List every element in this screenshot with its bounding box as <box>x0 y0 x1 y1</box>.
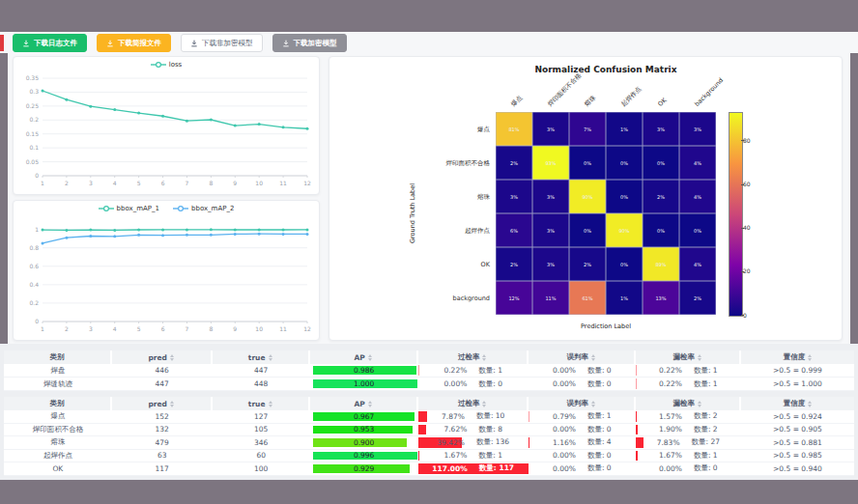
download-icon <box>106 40 114 47</box>
ap-cell: 0.900 <box>310 436 418 450</box>
legend-item[interactable]: loss <box>151 61 183 69</box>
download-log-file-button[interactable]: 下载日志文件 <box>13 34 87 52</box>
column-header-overkill[interactable]: 过检率 <box>418 397 529 410</box>
right-margin-strip <box>850 53 858 344</box>
button-label: 下载日志文件 <box>34 39 77 48</box>
matrix-cell: 2% <box>679 281 716 315</box>
rate-bar <box>529 411 529 422</box>
column-header-confidence[interactable]: 置信度 <box>741 350 854 364</box>
map-chart-card: bbox_mAP_1bbox_mAP_200.20.40.60.81123456… <box>13 200 320 341</box>
rate-bar <box>529 437 529 448</box>
rate-percent: 1.90% <box>659 425 682 434</box>
svg-text:2: 2 <box>65 180 69 186</box>
rate-cell: 1.90%数量: 2 <box>636 424 741 437</box>
column-header-true[interactable]: true <box>213 350 310 364</box>
y-axis-label: Ground Truth Label <box>409 165 416 262</box>
colorbar-tick-label: 60 <box>743 181 751 187</box>
true-cell: 127 <box>213 410 310 424</box>
button-label: 下载非加密模型 <box>202 39 253 48</box>
column-header-miss[interactable]: 漏检率 <box>636 350 741 364</box>
sort-icon <box>808 354 812 361</box>
rate-count: 数量: 2 <box>694 425 718 434</box>
legend-item[interactable]: bbox_mAP_1 <box>99 205 159 212</box>
true-cell: 105 <box>213 424 310 437</box>
left-margin-strip <box>0 53 8 344</box>
matrix-cell: 61% <box>569 281 606 315</box>
column-label: 爆点 <box>509 94 524 108</box>
column-header-misjudge[interactable]: 误判率 <box>529 350 636 364</box>
column-header-ap[interactable]: AP <box>310 350 418 364</box>
column-header-overkill[interactable]: 过检率 <box>418 350 529 364</box>
rate-percent: 0.22% <box>659 366 682 375</box>
bottom-bar <box>0 480 858 504</box>
true-cell: 100 <box>213 462 310 476</box>
svg-text:0.25: 0.25 <box>26 102 40 109</box>
rate-percent: 117.00% <box>432 464 467 473</box>
column-header-misjudge[interactable]: 误判率 <box>529 397 636 410</box>
column-header-label: pred <box>148 353 167 362</box>
column-header-confidence[interactable]: 置信度 <box>741 397 854 410</box>
column-header-pred[interactable]: pred <box>112 350 213 364</box>
svg-text:0.15: 0.15 <box>26 130 40 137</box>
app-root: 下载日志文件下载简报文件下载非加密模型下载加密模型 loss00.050.10.… <box>0 0 858 504</box>
rate-percent: 0.00% <box>553 366 576 375</box>
column-label: 熔珠 <box>583 94 597 108</box>
column-header-label: 置信度 <box>784 399 806 408</box>
column-header-label: true <box>248 400 266 408</box>
column-header-label: 漏检率 <box>673 399 696 408</box>
svg-text:2: 2 <box>65 325 69 332</box>
rate-cell: 1.67%数量: 1 <box>418 450 529 463</box>
matrix-cell: 6% <box>496 213 532 247</box>
legend-item[interactable]: bbox_mAP_2 <box>173 205 234 212</box>
rate-cell: 0.22%数量: 1 <box>636 378 741 391</box>
column-header-label: 类别 <box>49 352 64 362</box>
matrix-cell: 0% <box>643 213 679 247</box>
table-header-row: 类别predtrueAP过检率误判率漏检率置信度 <box>4 350 854 364</box>
rate-cell: 0.00%数量: 0 <box>529 462 636 476</box>
rate-percent: 0.22% <box>659 379 682 388</box>
matrix-cell: 81% <box>496 112 532 146</box>
matrix-cell: 3% <box>643 112 679 146</box>
rate-percent: 39.42% <box>437 438 465 447</box>
rate-bar <box>636 365 637 376</box>
category-cell: OK <box>4 462 112 476</box>
category-cell: 爆点 <box>4 410 112 424</box>
rate-cell: 1.57%数量: 2 <box>636 410 741 424</box>
download-unencrypted-model-button[interactable]: 下载非加密模型 <box>181 34 263 52</box>
matrix-cell: 0% <box>679 213 716 247</box>
sort-icon <box>482 354 486 361</box>
rate-percent: 0.00% <box>443 379 467 388</box>
svg-text:0.8: 0.8 <box>29 244 39 251</box>
pred-cell: 132 <box>112 424 213 437</box>
line-chart-plot: 00.20.40.60.81123456789101112 <box>14 216 317 336</box>
column-header-miss[interactable]: 漏检率 <box>636 397 741 410</box>
column-header-pred[interactable]: pred <box>112 397 213 410</box>
rate-percent: 0.00% <box>659 464 682 473</box>
rate-percent: 0.00% <box>553 464 576 473</box>
colorbar-tick-label: 20 <box>743 267 751 274</box>
download-encrypted-model-button[interactable]: 下载加密模型 <box>272 34 347 52</box>
rate-cell: 0.00%数量: 0 <box>529 424 636 437</box>
rate-percent: 1.67% <box>443 451 467 460</box>
rate-cell: 7.87%数量: 10 <box>418 410 529 424</box>
matrix-cell: 90% <box>569 180 606 213</box>
button-label: 下载加密模型 <box>294 39 337 48</box>
svg-text:0.1: 0.1 <box>29 144 39 151</box>
colorbar-tick-label: 80 <box>743 137 751 144</box>
rate-percent: 0.00% <box>553 379 576 388</box>
download-report-file-button[interactable]: 下载简报文件 <box>97 34 171 52</box>
rate-count: 数量: 2 <box>694 411 718 421</box>
column-header-label: 漏检率 <box>673 352 696 362</box>
sort-icon <box>269 354 272 361</box>
svg-text:10: 10 <box>255 180 263 186</box>
matrix-cell: 2% <box>569 247 606 281</box>
column-label: 起焊作点 <box>619 85 643 108</box>
column-header-true[interactable]: true <box>213 397 310 410</box>
rate-percent: 1.57% <box>659 412 682 421</box>
column-header-label: 过检率 <box>458 399 480 408</box>
column-header-ap[interactable]: AP <box>310 397 418 410</box>
colorbar <box>729 112 743 317</box>
matrix-cell: 0% <box>569 213 606 247</box>
rate-count: 数量: 1 <box>694 366 718 376</box>
column-label: OK <box>656 97 668 108</box>
